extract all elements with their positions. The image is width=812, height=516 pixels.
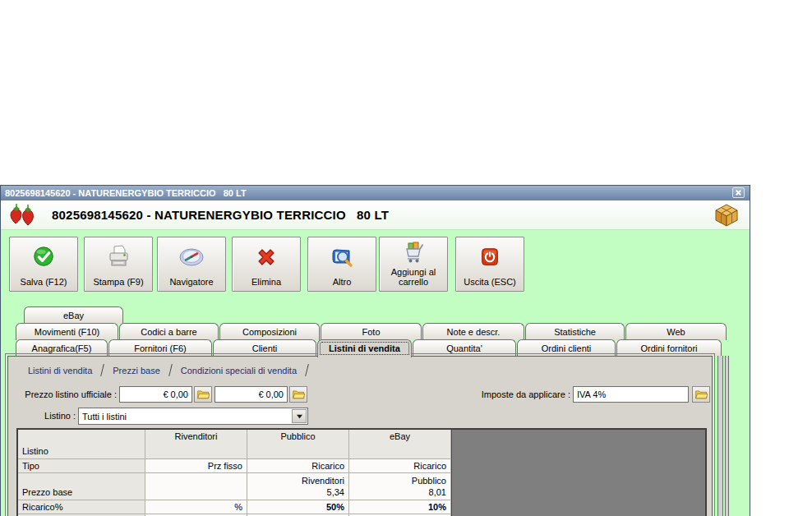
close-icon (735, 189, 742, 196)
cell-prezzo-base-pubblico[interactable]: Rivenditori 5,34 (247, 473, 349, 500)
listini-panel: Listini di vendita Prezzi base Condizion… (7, 356, 713, 516)
tab-fornitori[interactable]: Fornitori (F6) (108, 339, 212, 357)
tab-statistiche[interactable]: Statistiche (525, 323, 625, 340)
tab-composizioni[interactable]: Composizioni (219, 323, 320, 340)
prezzo-lookup-button-2[interactable] (289, 386, 307, 403)
cell-tipo-ebay[interactable]: Ricarico (349, 459, 451, 473)
window-titlebar[interactable]: 8025698145620 - NATURENERGYBIO TERRICCIO… (1, 186, 750, 200)
prezzo-listino-input-1[interactable]: € 0,00 (119, 386, 192, 403)
cell-ricarico-rivenditori[interactable]: % (145, 500, 247, 514)
close-button[interactable] (732, 187, 745, 198)
product-window: 8025698145620 - NATURENERGYBIO TERRICCIO… (0, 185, 750, 516)
tab-ordini-fornitori[interactable]: Ordini fornitori (616, 339, 722, 357)
window-title: 8025698145620 - NATURENERGYBIO TERRICCIO… (5, 188, 247, 198)
imposte-input[interactable]: IVA 4% (573, 386, 689, 403)
add-to-cart-button[interactable]: Aggiungi al carrello (379, 237, 448, 292)
price-table: Listino Rivenditori Pubblico eBay Tipo P… (16, 428, 707, 516)
more-button[interactable]: Altro (307, 237, 376, 292)
delete-x-icon (253, 237, 279, 277)
tab-movimenti[interactable]: Movimenti (F10) (16, 323, 118, 340)
printer-icon (105, 237, 131, 277)
table-corner-header: Listino (18, 430, 145, 459)
navigator-button-label: Navigatore (169, 277, 213, 287)
tab-foto[interactable]: Foto (321, 323, 422, 340)
column-header-ebay[interactable]: eBay (349, 430, 451, 459)
subtab-divider (168, 364, 173, 376)
cell-prezzo-base-rivenditori[interactable] (145, 473, 247, 500)
book-search-icon (329, 237, 355, 277)
column-header-pubblico[interactable]: Pubblico (247, 430, 349, 459)
subtab-prezzi-base[interactable]: Prezzi base (106, 366, 166, 375)
tab-codici-a-barre[interactable]: Codici a barre (119, 323, 219, 340)
folder-icon (197, 389, 210, 399)
prezzo-listino-input-2[interactable]: € 0,00 (215, 386, 288, 403)
subtab-divider (100, 364, 104, 376)
subtab-condizioni-speciali[interactable]: Condizioni speciali di vendita (174, 366, 303, 375)
tab-ordini-clienti[interactable]: Ordini clienti (517, 339, 616, 357)
compass-icon (178, 237, 205, 277)
desktop: 8025698145620 - NATURENERGYBIO TERRICCIO… (0, 0, 812, 516)
chevron-down-icon (296, 413, 303, 419)
save-button[interactable]: Salva (F12) (9, 237, 78, 292)
product-title: 8025698145620 - NATURENERGYBIO TERRICCIO… (52, 208, 389, 222)
cart-icon (401, 237, 426, 267)
product-header: 8025698145620 - NATURENERGYBIO TERRICCIO… (1, 200, 750, 230)
prezzo-lookup-button-1[interactable] (194, 386, 212, 403)
tab-clienti[interactable]: Clienti (213, 339, 316, 357)
exit-button-label: Uscita (ESC) (464, 277, 516, 287)
delete-button[interactable]: Elimina (232, 237, 301, 292)
tab-quantita[interactable]: Quantita' (413, 339, 516, 357)
print-button[interactable]: Stampa (F9) (84, 237, 153, 292)
window-edge-strip (725, 356, 729, 516)
folder-icon (293, 389, 305, 399)
listino-label: Listino : (16, 408, 76, 424)
dropdown-arrow-button[interactable] (292, 409, 307, 423)
save-check-icon (31, 237, 56, 277)
cell-ricarico-pubblico[interactable]: 50% (247, 500, 349, 514)
add-to-cart-button-label: Aggiungi al carrello (380, 267, 447, 287)
row-label-tipo: Tipo (18, 459, 145, 473)
imposte-lookup-button[interactable] (692, 386, 710, 403)
cell-ricarico-ebay[interactable]: 10% (349, 500, 451, 514)
more-button-label: Altro (333, 277, 352, 287)
cell-tipo-pubblico[interactable]: Ricarico (247, 459, 349, 473)
row-label-ricarico: Ricarico% (18, 500, 145, 514)
cell-tipo-rivenditori[interactable]: Prz fisso (145, 459, 247, 473)
tab-web[interactable]: Web (625, 323, 727, 340)
tab-note-e-descr[interactable]: Note e descr. (422, 323, 524, 340)
tab-listini-di-vendita[interactable]: Listini di vendita (317, 339, 412, 357)
table-empty-area (451, 430, 705, 516)
row-label-prezzo-base: Prezzo base (18, 473, 145, 500)
save-button-label: Salva (F12) (21, 277, 67, 287)
subtab-bar: Listini di vendita Prezzi base Condizion… (10, 360, 710, 380)
cell-prezzo-base-ebay[interactable]: Pubblico 8,01 (349, 473, 451, 500)
tab-anagrafica[interactable]: Anagrafica(F5) (16, 339, 108, 357)
subtab-divider (305, 364, 309, 376)
window-edge-strip (717, 356, 723, 516)
tab-ebay[interactable]: eBay (24, 306, 123, 324)
imposte-label: Imposte da applicare : (452, 386, 570, 403)
delete-button-label: Elimina (251, 277, 281, 287)
power-icon (478, 237, 502, 277)
listino-dropdown-value: Tutti i listini (82, 412, 127, 422)
subtab-listini-di-vendita[interactable]: Listini di vendita (21, 366, 99, 375)
column-header-rivenditori[interactable]: Rivenditori (145, 430, 247, 459)
package-icon (715, 204, 738, 227)
listino-dropdown[interactable]: Tutti i listini (78, 408, 308, 425)
print-button-label: Stampa (F9) (93, 277, 143, 287)
navigator-button[interactable]: Navigatore (157, 237, 226, 292)
exit-button[interactable]: Uscita (ESC) (455, 237, 524, 292)
folder-icon (695, 389, 708, 399)
prezzo-listino-label: Prezzo listino ufficiale : (16, 386, 117, 403)
strawberry-icon (6, 203, 40, 228)
